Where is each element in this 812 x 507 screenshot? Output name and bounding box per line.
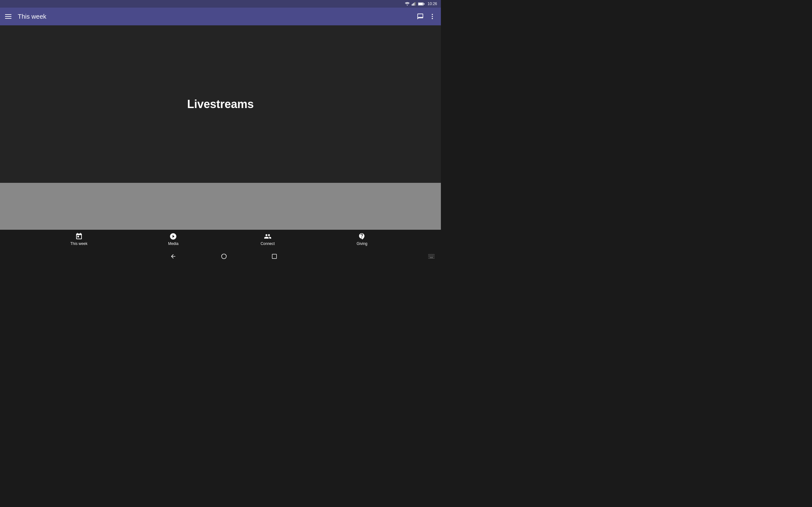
livestreams-title: Livestreams (187, 98, 254, 111)
svg-rect-22 (431, 256, 432, 257)
people-icon (264, 233, 271, 240)
svg-rect-20 (429, 256, 429, 257)
svg-rect-19 (433, 255, 434, 256)
svg-rect-24 (433, 256, 434, 257)
status-bar: 10:26 (0, 0, 441, 8)
wifi-icon (405, 2, 410, 6)
svg-rect-17 (431, 255, 432, 256)
svg-rect-15 (429, 255, 429, 256)
calendar-icon (75, 233, 83, 240)
svg-rect-25 (429, 257, 433, 258)
grey-section (0, 183, 441, 230)
more-options-icon[interactable] (429, 13, 436, 20)
svg-point-12 (222, 254, 226, 259)
chat-icon[interactable] (417, 13, 424, 20)
svg-point-9 (432, 14, 433, 15)
nav-item-connect[interactable]: Connect (255, 233, 281, 246)
svg-rect-3 (414, 3, 414, 5)
app-bar: This week (0, 8, 441, 25)
svg-rect-1 (412, 4, 412, 5)
nav-label-this-week: This week (70, 241, 88, 246)
clock: 10:26 (427, 2, 437, 6)
main-content: Livestreams (0, 25, 441, 183)
svg-rect-4 (414, 2, 415, 6)
svg-point-10 (432, 16, 433, 17)
play-circle-icon (169, 233, 177, 240)
nav-item-media[interactable]: Media (160, 233, 186, 246)
nav-label-connect: Connect (260, 241, 275, 246)
svg-rect-16 (430, 255, 431, 256)
svg-rect-18 (432, 255, 433, 256)
signal-icon (412, 2, 416, 6)
svg-point-0 (407, 5, 408, 6)
app-title: This week (18, 13, 46, 20)
system-nav (0, 249, 441, 264)
svg-rect-13 (272, 254, 276, 259)
menu-button[interactable] (5, 14, 11, 19)
svg-rect-7 (424, 3, 424, 4)
svg-rect-2 (413, 3, 413, 5)
recent-apps-button[interactable] (271, 253, 277, 259)
nav-label-media: Media (168, 241, 179, 246)
keyboard-icon[interactable] (428, 254, 435, 259)
back-button[interactable] (170, 253, 176, 260)
battery-icon (418, 2, 424, 6)
svg-rect-8 (418, 3, 423, 5)
svg-rect-21 (430, 256, 431, 257)
svg-rect-23 (432, 256, 433, 257)
home-button[interactable] (221, 253, 227, 260)
nav-label-giving: Giving (357, 241, 367, 246)
bottom-nav: This week Media Connect Giving (0, 230, 441, 249)
nav-item-this-week[interactable]: This week (66, 233, 92, 246)
svg-point-11 (432, 18, 433, 19)
nav-item-giving[interactable]: Giving (349, 233, 374, 246)
giving-icon (358, 233, 366, 240)
svg-rect-5 (415, 2, 416, 5)
